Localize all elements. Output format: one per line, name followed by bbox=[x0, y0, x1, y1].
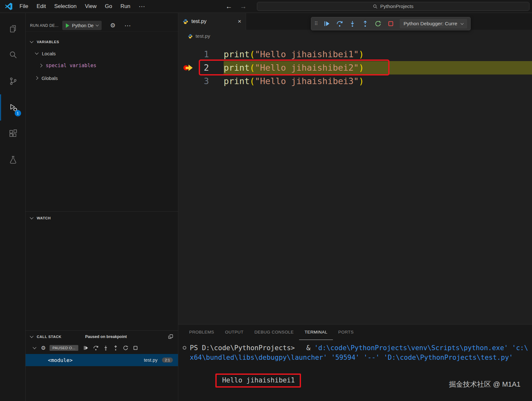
step-over-icon[interactable] bbox=[93, 345, 99, 351]
extensions-icon[interactable] bbox=[0, 121, 25, 147]
menu-file[interactable]: File bbox=[15, 3, 32, 10]
tab-problems[interactable]: PROBLEMS bbox=[184, 325, 220, 340]
code-text[interactable]: print("Hello jihaishibei1") bbox=[224, 48, 532, 61]
code-text[interactable]: print("Hello jihaishibei2") bbox=[224, 61, 532, 75]
source-control-icon[interactable] bbox=[0, 68, 25, 94]
chevron-down-icon bbox=[30, 334, 33, 338]
step-over-icon[interactable] bbox=[334, 18, 345, 29]
title-bar: File Edit Selection View Go Run ⋯ ← → Py… bbox=[0, 0, 532, 13]
line-number-gutter[interactable]: 1 bbox=[178, 48, 224, 61]
vscode-window: File Edit Selection View Go Run ⋯ ← → Py… bbox=[0, 0, 532, 401]
line-number[interactable]: 2 bbox=[204, 63, 209, 73]
variables-section-header[interactable]: VARIABLES bbox=[26, 36, 178, 47]
continue-icon[interactable] bbox=[321, 18, 333, 29]
chevron-down-icon bbox=[35, 51, 38, 54]
activity-bar: 1 bbox=[0, 13, 26, 401]
chevron-down-icon bbox=[461, 21, 464, 24]
menu-selection[interactable]: Selection bbox=[50, 3, 81, 10]
drag-handle-icon[interactable]: ⠿ bbox=[314, 21, 318, 27]
start-debug-icon[interactable] bbox=[66, 23, 69, 28]
testing-icon[interactable] bbox=[0, 147, 25, 173]
debugger-profile-label: Python Debugger: Curre bbox=[404, 21, 457, 27]
restart-icon[interactable] bbox=[123, 345, 128, 351]
search-box[interactable]: PythonProjects bbox=[257, 2, 529, 11]
variables-title: VARIABLES bbox=[37, 40, 59, 44]
code-line-1[interactable]: 1 print("Hello jihaishibei1") bbox=[178, 48, 532, 61]
menu-run[interactable]: Run bbox=[116, 3, 135, 10]
menu-bar: File Edit Selection View Go Run ⋯ bbox=[15, 3, 149, 10]
back-icon[interactable]: ← bbox=[226, 3, 232, 10]
search-sidebar-icon[interactable] bbox=[0, 42, 25, 68]
run-and-debug-icon[interactable]: 1 bbox=[0, 94, 25, 121]
paren-token: ( bbox=[250, 49, 255, 59]
line-number[interactable]: 1 bbox=[204, 49, 209, 59]
session-debug-controls bbox=[83, 345, 138, 351]
step-into-icon[interactable] bbox=[103, 345, 109, 351]
tree-item-locals[interactable]: Locals bbox=[26, 48, 178, 59]
restart-icon[interactable] bbox=[372, 18, 384, 29]
tab-debug-console[interactable]: DEBUG CONSOLE bbox=[249, 325, 299, 340]
panel-tab-bar: PROBLEMS OUTPUT DEBUG CONSOLE TERMINAL P… bbox=[178, 325, 532, 340]
tree-item-special-variables[interactable]: special variables bbox=[26, 60, 178, 71]
sidebar-title: RUN AND DE... bbox=[30, 23, 58, 28]
watch-section-header[interactable]: WATCH bbox=[26, 211, 178, 224]
special-variables-label: special variables bbox=[46, 63, 96, 68]
tab-terminal[interactable]: TERMINAL bbox=[299, 325, 333, 340]
call-stack-section-header[interactable]: CALL STACK Paused on breakpoint bbox=[26, 330, 178, 342]
bottom-panel: PROBLEMS OUTPUT DEBUG CONSOLE TERMINAL P… bbox=[178, 324, 532, 401]
terminal-path: 'd:\code\PythonProjects\venv\Scripts\pyt… bbox=[314, 344, 508, 352]
python-file-icon bbox=[188, 34, 193, 39]
forward-icon[interactable]: → bbox=[240, 3, 247, 10]
stop-icon[interactable] bbox=[385, 18, 397, 29]
chevron-down-icon bbox=[30, 216, 33, 219]
code-area[interactable]: 1 print("Hello jihaishibei1") 2 print("H… bbox=[178, 43, 532, 88]
breadcrumb-item[interactable]: test.py bbox=[196, 33, 210, 39]
sidebar-more-icon[interactable]: ⋯ bbox=[124, 22, 131, 29]
globals-label: Globals bbox=[42, 75, 58, 81]
stop-icon[interactable] bbox=[133, 345, 138, 351]
step-out-icon[interactable] bbox=[359, 18, 371, 29]
open-panel-icon[interactable] bbox=[168, 334, 173, 339]
step-into-icon[interactable] bbox=[347, 18, 358, 29]
tab-testpy[interactable]: test.py × bbox=[178, 13, 246, 30]
line-number-gutter[interactable]: 3 bbox=[178, 75, 224, 88]
menu-view[interactable]: View bbox=[81, 3, 101, 10]
locals-label: Locals bbox=[42, 51, 56, 56]
debug-session-row[interactable]: ⚙ PAUSED O... bbox=[26, 342, 178, 353]
close-icon[interactable]: × bbox=[238, 18, 241, 25]
breakpoint-current-line-icon[interactable] bbox=[183, 65, 193, 71]
command-decoration-icon[interactable] bbox=[183, 346, 186, 350]
menu-edit[interactable]: Edit bbox=[32, 3, 50, 10]
line-number-gutter[interactable]: 2 bbox=[178, 61, 224, 75]
call-stack-frame-row[interactable]: <module> test.py 2:1 bbox=[26, 354, 178, 366]
code-text[interactable]: print("Hello jihaishibei3") bbox=[224, 75, 532, 88]
chevron-right-icon bbox=[35, 76, 38, 80]
debug-config-dropdown[interactable]: Python De bbox=[62, 21, 102, 30]
menu-more-icon[interactable]: ⋯ bbox=[135, 3, 149, 10]
debugger-profile-dropdown[interactable]: Python Debugger: Curre bbox=[400, 19, 467, 28]
program-output-text: Hello jihaishibei1 bbox=[222, 376, 295, 384]
gear-icon[interactable]: ⚙ bbox=[110, 22, 115, 29]
chevron-right-icon bbox=[39, 64, 42, 67]
code-line-3[interactable]: 3 print("Hello jihaishibei3") bbox=[178, 75, 532, 88]
terminal-operator: & bbox=[306, 344, 311, 352]
python-file-icon bbox=[183, 19, 188, 24]
tab-ports[interactable]: PORTS bbox=[333, 325, 359, 340]
paused-status-text: Paused on breakpoint bbox=[85, 334, 127, 339]
paren-token: ( bbox=[250, 63, 255, 73]
step-out-icon[interactable] bbox=[113, 345, 119, 351]
explorer-icon[interactable] bbox=[0, 16, 25, 42]
red-annotation-box-output: Hello jihaishibei1 bbox=[215, 373, 301, 388]
debug-config-label: Python De bbox=[72, 23, 94, 28]
debug-session-badge: 1 bbox=[15, 110, 21, 116]
string-token: "Hello jihaishibei3" bbox=[255, 76, 359, 86]
function-token: print bbox=[224, 49, 250, 59]
tab-output[interactable]: OUTPUT bbox=[220, 325, 249, 340]
menu-go[interactable]: Go bbox=[101, 3, 116, 10]
string-token: "Hello jihaishibei2" bbox=[255, 63, 359, 73]
tree-item-globals[interactable]: Globals bbox=[26, 73, 178, 83]
line-number[interactable]: 3 bbox=[204, 76, 209, 86]
continue-icon[interactable] bbox=[83, 345, 89, 351]
breadcrumb[interactable]: test.py bbox=[178, 30, 532, 43]
code-line-2-current[interactable]: 2 print("Hello jihaishibei2") bbox=[178, 61, 532, 75]
